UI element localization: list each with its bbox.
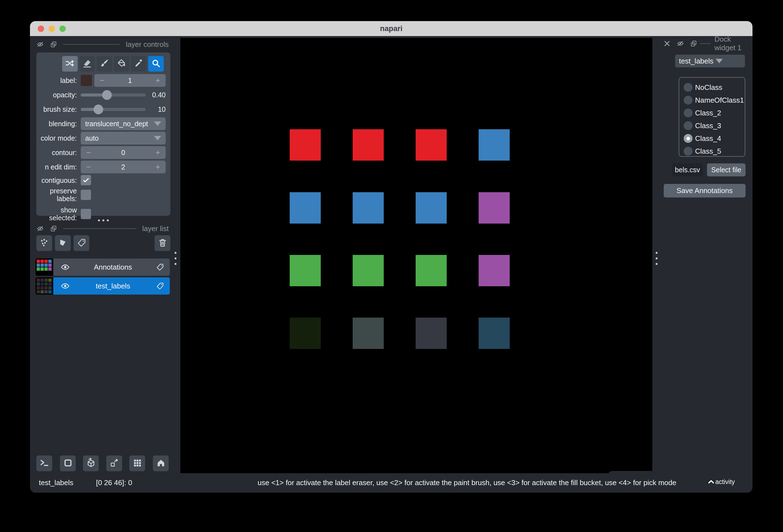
new-shapes-layer-button[interactable] <box>55 235 71 251</box>
label-row: label: − 1 + <box>40 74 166 87</box>
hide-panel-icon[interactable] <box>37 225 44 232</box>
class-radio-Class_4[interactable]: Class_4 <box>684 132 745 145</box>
decrement-icon[interactable]: − <box>81 148 96 157</box>
grid-mode-button[interactable] <box>129 456 145 471</box>
home-button[interactable] <box>153 456 169 471</box>
maximize-window-button[interactable] <box>59 26 66 32</box>
label-square <box>479 255 510 286</box>
close-window-button[interactable] <box>38 26 44 32</box>
radio-icon[interactable] <box>684 121 693 130</box>
zoom-icon <box>151 58 161 69</box>
show-selected-checkbox[interactable] <box>81 209 91 219</box>
labels-icon <box>77 238 86 248</box>
brush-size-row: brush size: 10 <box>40 103 166 116</box>
contour-spinbox[interactable]: − 0 + <box>81 146 166 159</box>
panel-resize-handle[interactable] <box>98 220 109 221</box>
label-square <box>416 192 447 224</box>
layer-row[interactable]: Annotations <box>35 259 170 276</box>
minimize-window-button[interactable] <box>49 26 55 32</box>
label-color-swatch[interactable] <box>81 75 92 86</box>
select-file-button[interactable]: Select file <box>707 163 746 176</box>
opacity-slider[interactable] <box>81 89 146 101</box>
label-square <box>290 318 321 349</box>
contour-row: contour: − 0 + <box>40 146 166 159</box>
brush-size-slider[interactable] <box>81 103 146 116</box>
fill-bucket-button[interactable] <box>114 56 129 72</box>
save-annotations-button[interactable]: Save Annotations <box>664 184 746 198</box>
viewer-canvas[interactable] <box>180 38 652 473</box>
decrement-icon[interactable]: − <box>94 76 110 85</box>
radio-icon[interactable] <box>684 108 693 117</box>
layer-row[interactable]: test_labels <box>35 277 170 295</box>
decrement-icon[interactable]: − <box>81 163 96 171</box>
label-square <box>416 129 447 161</box>
label-eraser-button[interactable] <box>80 56 95 72</box>
square-icon <box>63 458 73 469</box>
class-radio-NameOfClass1[interactable]: NameOfClass1 <box>684 94 745 106</box>
label-spinbox[interactable]: − 1 + <box>94 74 166 87</box>
left-panel-drag-handle[interactable] <box>175 252 177 265</box>
grid-icon <box>132 458 142 469</box>
color-mode-dropdown[interactable]: auto <box>81 132 166 144</box>
layer-controls-header: layer controls <box>37 40 169 48</box>
fill-icon <box>117 58 127 69</box>
color-mode-label: color mode: <box>40 134 77 142</box>
delete-layer-button[interactable] <box>155 235 170 251</box>
radio-icon[interactable] <box>684 83 693 92</box>
hide-panel-icon[interactable] <box>37 41 44 48</box>
new-labels-layer-button[interactable] <box>73 235 89 251</box>
layer-controls-title: layer controls <box>126 40 169 49</box>
pan-zoom-button[interactable] <box>148 56 164 72</box>
close-icon[interactable] <box>663 40 670 47</box>
dock-drag-handle[interactable] <box>656 252 658 265</box>
float-panel-icon[interactable] <box>690 40 697 47</box>
transpose-button[interactable] <box>106 456 122 471</box>
hide-panel-icon[interactable] <box>677 40 684 47</box>
float-panel-icon[interactable] <box>50 225 57 232</box>
class-radio-label: Class_3 <box>695 122 721 130</box>
labels-file-field[interactable]: bels.csv <box>672 163 703 176</box>
shuffle-colors-button[interactable] <box>62 56 78 72</box>
class-radio-Class_5[interactable]: Class_5 <box>684 145 745 158</box>
class-radio-Class_3[interactable]: Class_3 <box>684 119 745 132</box>
n-edit-dim-value[interactable]: 2 <box>96 163 150 171</box>
roll-dimensions-button[interactable] <box>83 456 99 471</box>
contiguous-checkbox[interactable] <box>81 175 91 185</box>
contour-value[interactable]: 0 <box>96 149 150 157</box>
increment-icon[interactable]: + <box>150 76 166 85</box>
label-square <box>290 255 321 286</box>
chevron-down-icon <box>154 122 161 126</box>
points-icon <box>40 238 49 248</box>
class-radio-NoClass[interactable]: NoClass <box>684 81 745 94</box>
eye-icon[interactable] <box>61 262 70 272</box>
radio-icon[interactable] <box>684 96 693 105</box>
ndisplay-toggle-button[interactable] <box>60 456 76 471</box>
transpose-icon <box>109 458 119 469</box>
radio-icon[interactable] <box>684 147 693 156</box>
slider-handle[interactable] <box>94 105 103 114</box>
increment-icon[interactable]: + <box>150 163 166 171</box>
n-edit-dim-spinbox[interactable]: − 2 + <box>81 161 166 173</box>
slider-handle[interactable] <box>102 90 112 100</box>
eye-icon[interactable] <box>61 281 70 291</box>
header-divider <box>700 43 711 44</box>
n-edit-dim-label: n edit dim: <box>40 163 77 171</box>
paint-brush-button[interactable] <box>97 56 112 72</box>
status-help-text: use <1> for activate the label eraser, u… <box>182 478 752 487</box>
console-button[interactable] <box>36 456 52 471</box>
contour-label: contour: <box>40 149 77 157</box>
new-points-layer-button[interactable] <box>36 235 52 251</box>
layer-select-dropdown[interactable]: test_labels <box>675 55 745 67</box>
blending-dropdown[interactable]: translucent_no_dept <box>81 117 166 130</box>
label-value[interactable]: 1 <box>110 76 150 85</box>
float-panel-icon[interactable] <box>50 41 57 48</box>
class-radio-Class_2[interactable]: Class_2 <box>684 106 745 119</box>
radio-icon[interactable] <box>684 134 693 143</box>
chevron-down-icon <box>716 59 723 63</box>
layer-thumbnail <box>35 259 53 276</box>
header-divider <box>63 228 136 229</box>
preserve-labels-checkbox[interactable] <box>81 190 91 200</box>
color-picker-button[interactable] <box>131 56 147 72</box>
increment-icon[interactable]: + <box>150 148 166 157</box>
class-radio-label: NoClass <box>695 83 722 92</box>
